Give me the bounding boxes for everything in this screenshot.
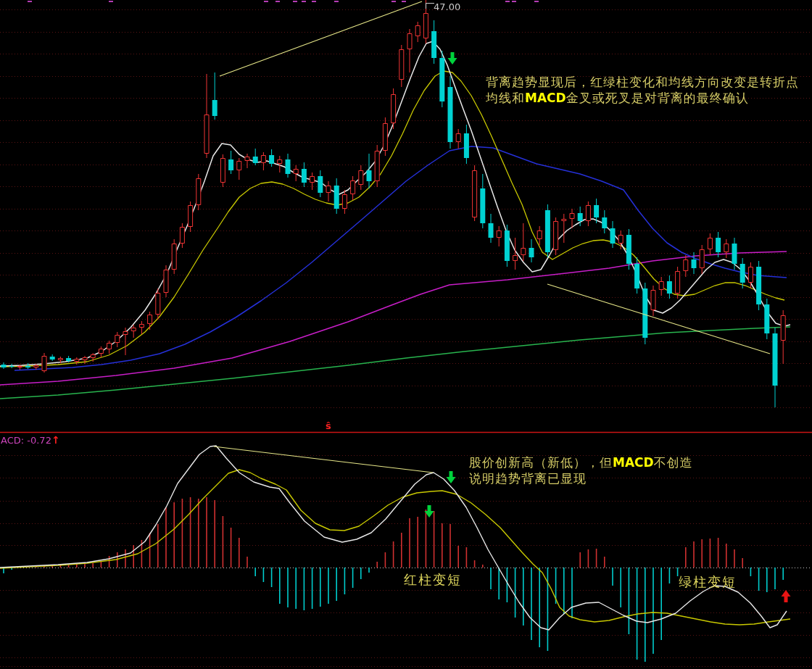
macd-up-arrow-icon: ↑: [51, 434, 60, 446]
annotation-main-line2-pre: 均线和: [486, 91, 525, 105]
annotation-macd-divergence: 股价创新高（新低），但MACD不创造 说明趋势背离已显现: [469, 454, 693, 486]
red-bars-shrinking-label: 红柱变短: [404, 571, 462, 589]
macd-value-label: ACD: -0.72↑: [1, 434, 60, 446]
macd-value-text: ACD: -0.72: [1, 435, 51, 446]
annotation-macd-line2: 说明趋势背离已显现: [469, 470, 693, 486]
peak-price-label: 47.00: [434, 1, 460, 12]
annotation-macd-line1: 股价创新高（新低），但MACD不创造: [469, 454, 693, 470]
annotation-macd-line1-macd: MACD: [613, 455, 654, 470]
annotation-main-line2-macd: MACD: [525, 91, 566, 105]
annotation-main-line2: 均线和MACD金叉或死叉是对背离的最终确认: [486, 90, 799, 106]
green-bars-shrinking-label: 绿柱变短: [679, 573, 737, 591]
separator-marker: ŝ: [326, 420, 331, 431]
annotation-macd-line1-pre: 股价创新高（新低），但: [469, 455, 613, 470]
annotation-main-line2-post: 金叉或死叉是对背离的最终确认: [566, 91, 749, 105]
annotation-macd-line1-post: 不创造: [654, 455, 693, 470]
annotation-main-line1: 背离趋势显现后，红绿柱变化和均线方向改变是转折点: [486, 74, 799, 90]
stock-chart-window: 47.00 ACD: -0.72↑ ŝ 背离趋势显现后，红绿柱变化和均线方向改变…: [0, 0, 812, 669]
annotation-divergence-rule: 背离趋势显现后，红绿柱变化和均线方向改变是转折点 均线和MACD金叉或死叉是对背…: [486, 74, 799, 106]
